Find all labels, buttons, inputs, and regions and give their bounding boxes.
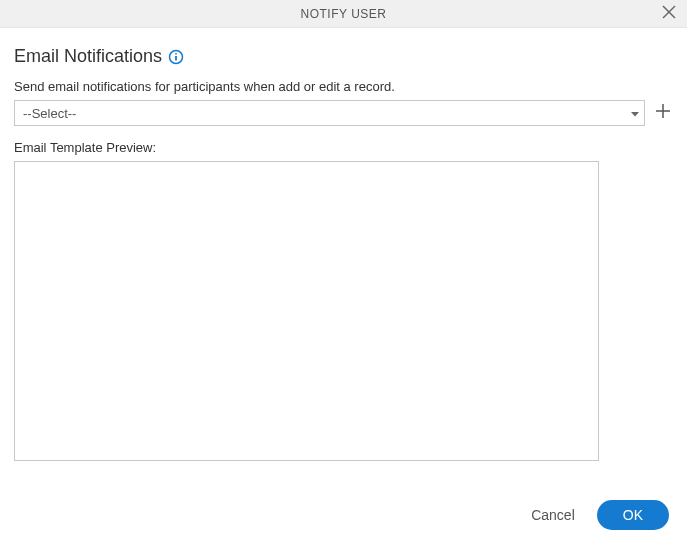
dialog-footer: Cancel OK bbox=[0, 486, 687, 544]
svg-point-4 bbox=[175, 52, 177, 54]
section-description: Send email notifications for participant… bbox=[14, 79, 673, 94]
template-select-wrapper: --Select-- bbox=[14, 100, 645, 126]
notify-user-dialog: NOTIFY USER Email Notifications Send ema… bbox=[0, 0, 687, 544]
email-template-preview bbox=[14, 161, 599, 461]
cancel-button[interactable]: Cancel bbox=[527, 501, 579, 529]
template-select[interactable]: --Select-- bbox=[14, 100, 645, 126]
section-title-row: Email Notifications bbox=[14, 46, 673, 67]
dialog-title: NOTIFY USER bbox=[301, 7, 387, 21]
info-icon[interactable] bbox=[168, 49, 184, 65]
select-row: --Select-- bbox=[14, 100, 673, 126]
dialog-header: NOTIFY USER bbox=[0, 0, 687, 28]
dialog-content: Email Notifications Send email notificat… bbox=[0, 28, 687, 486]
ok-button[interactable]: OK bbox=[597, 500, 669, 530]
template-select-value: --Select-- bbox=[23, 106, 76, 121]
close-icon bbox=[662, 5, 676, 23]
preview-label: Email Template Preview: bbox=[14, 140, 673, 155]
plus-icon bbox=[655, 103, 671, 123]
add-template-button[interactable] bbox=[653, 103, 673, 123]
section-title: Email Notifications bbox=[14, 46, 162, 67]
close-button[interactable] bbox=[659, 4, 679, 24]
